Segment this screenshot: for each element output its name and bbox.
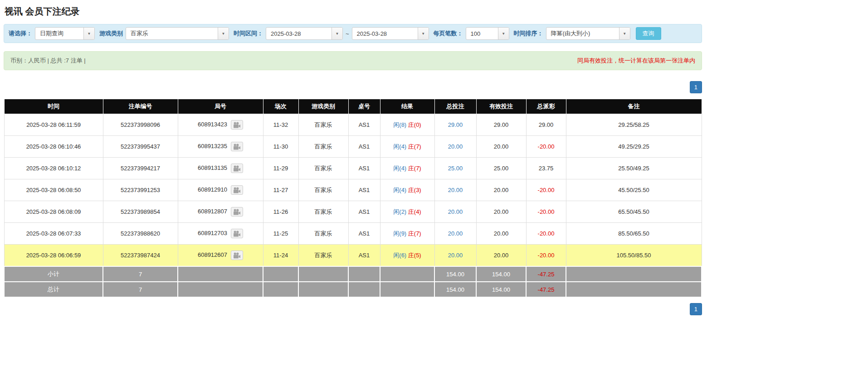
round-number: 608912703 [198, 230, 227, 236]
chevron-down-icon[interactable]: ▼ [83, 28, 94, 39]
time-range-label: 时间区间： [234, 29, 263, 38]
cell-total-bet: 20.00 [434, 136, 476, 158]
cell-session: 11-27 [263, 179, 298, 201]
video-camera-icon[interactable] [231, 250, 243, 260]
header-row: 时间注单编号局号场次游戏类别桌号结果总投注有效投注总派彩备注 [4, 99, 702, 114]
round-number: 608913135 [198, 164, 227, 171]
cell-total-bet: 25.00 [434, 158, 476, 179]
search-button[interactable]: 查询 [636, 27, 661, 40]
cell-note: 25.50/49.25 [566, 158, 702, 179]
cell-payout: -20.00 [526, 245, 566, 267]
cell-table-no: AS1 [348, 114, 380, 136]
date-to-value: 2025-03-28 [352, 28, 418, 39]
video-camera-icon[interactable] [231, 229, 243, 238]
summary-currency-count: 币别：人民币 | 总共 :7 注单 | [10, 57, 86, 65]
column-header-9: 总派彩 [526, 99, 566, 114]
cell-table-no: AS1 [348, 136, 380, 158]
cell-time: 2025-03-28 06:08:50 [4, 179, 103, 201]
column-header-7: 总投注 [434, 99, 476, 114]
page-button-1[interactable]: 1 [690, 81, 702, 93]
cell-session: 11-32 [263, 114, 298, 136]
column-header-6: 结果 [380, 99, 434, 114]
cell-total-bet: 29.00 [434, 114, 476, 136]
empty-cell [178, 282, 263, 297]
page-size-value: 100 [466, 28, 498, 39]
cell-result: 闲(4) 庄(7) [380, 158, 434, 179]
cell-game-type: 百家乐 [298, 114, 348, 136]
cell-round: 608913423 [178, 114, 263, 136]
cell-session: 11-29 [263, 158, 298, 179]
cell-payout: -20.00 [526, 201, 566, 223]
total-bet-link[interactable]: 20.00 [448, 187, 463, 193]
date-to-dropdown[interactable]: 2025-03-28 ▼ [352, 27, 429, 40]
cell-payout: 29.00 [526, 114, 566, 136]
table-header: 时间注单编号局号场次游戏类别桌号结果总投注有效投注总派彩备注 [4, 99, 702, 114]
empty-cell [298, 282, 348, 297]
chevron-down-icon[interactable]: ▼ [332, 28, 342, 39]
table-body: 2025-03-28 06:11:59 522373998096 6089134… [4, 114, 702, 267]
total-bet-link[interactable]: 20.00 [448, 230, 463, 237]
chevron-down-icon[interactable]: ▼ [218, 28, 229, 39]
column-header-2: 局号 [178, 99, 263, 114]
sort-order-dropdown[interactable]: 降冪(由大到小) ▼ [546, 27, 630, 40]
empty-cell [566, 282, 702, 297]
total-bet-link[interactable]: 25.00 [448, 165, 463, 172]
cell-result: 闲(2) 庄(4) [380, 201, 434, 223]
result-player: 闲(9) [393, 230, 406, 237]
cell-valid-bet: 20.00 [476, 245, 526, 267]
total-valid-bet: 154.00 [476, 282, 526, 297]
chevron-down-icon[interactable]: ▼ [498, 28, 509, 39]
cell-session: 11-26 [263, 201, 298, 223]
cell-total-bet: 20.00 [434, 223, 476, 245]
game-type-dropdown[interactable]: 百家乐 ▼ [126, 27, 229, 40]
cell-session: 11-30 [263, 136, 298, 158]
column-header-4: 游戏类别 [298, 99, 348, 114]
page-size-dropdown[interactable]: 100 ▼ [466, 27, 509, 40]
sort-order-label: 时间排序： [514, 29, 543, 38]
total-bet-link[interactable]: 20.00 [448, 208, 463, 215]
cell-valid-bet: 20.00 [476, 223, 526, 245]
select-type-label: 请选择： [9, 29, 32, 38]
chevron-down-icon[interactable]: ▼ [418, 28, 429, 39]
cell-time: 2025-03-28 06:07:33 [4, 223, 103, 245]
chevron-down-icon[interactable]: ▼ [619, 28, 630, 39]
page-title: 视讯 会员下注纪录 [5, 5, 702, 18]
cell-note: 49.25/29.25 [566, 136, 702, 158]
video-camera-icon[interactable] [231, 207, 243, 217]
cell-result: 闲(9) 庄(7) [380, 223, 434, 245]
subtotal-total-bet: 154.00 [434, 266, 476, 282]
cell-time: 2025-03-28 06:10:12 [4, 158, 103, 179]
total-bet-link[interactable]: 20.00 [448, 252, 463, 259]
cell-result: 闲(8) 庄(0) [380, 114, 434, 136]
cell-payout: 23.75 [526, 158, 566, 179]
total-payout: -47.25 [526, 282, 566, 297]
result-player: 闲(4) [393, 143, 406, 150]
total-row: 总计 7 154.00 154.00 -47.25 [4, 282, 702, 297]
page-button-1[interactable]: 1 [690, 303, 702, 315]
cell-bet-id: 522373994217 [103, 158, 178, 179]
date-from-dropdown[interactable]: 2025-03-28 ▼ [266, 27, 343, 40]
cell-bet-id: 522373991253 [103, 179, 178, 201]
table-row: 2025-03-28 06:07:33 522373988620 6089127… [4, 223, 702, 245]
cell-round: 608912807 [178, 201, 263, 223]
cell-round: 608912607 [178, 245, 263, 267]
video-camera-icon[interactable] [231, 120, 243, 130]
cell-note: 105.50/85.50 [566, 245, 702, 267]
cell-game-type: 百家乐 [298, 136, 348, 158]
result-banker: 庄(7) [408, 230, 421, 237]
summary-bar: 币别：人民币 | 总共 :7 注单 | 同局有效投注，统一计算在该局第一张注单内 [4, 51, 702, 70]
result-banker: 庄(5) [408, 252, 421, 259]
cell-payout: -20.00 [526, 179, 566, 201]
video-camera-icon[interactable] [231, 164, 243, 173]
query-type-dropdown[interactable]: 日期查询 ▼ [35, 27, 95, 40]
video-camera-icon[interactable] [231, 185, 243, 195]
total-bet-link[interactable]: 20.00 [448, 143, 463, 150]
video-camera-icon[interactable] [231, 142, 243, 151]
result-banker: 庄(3) [408, 187, 421, 193]
result-banker: 庄(4) [408, 208, 421, 215]
cell-game-type: 百家乐 [298, 179, 348, 201]
column-header-8: 有效投注 [476, 99, 526, 114]
total-bet-link[interactable]: 29.00 [448, 121, 463, 128]
cell-time: 2025-03-28 06:06:59 [4, 245, 103, 267]
cell-bet-id: 522373998096 [103, 114, 178, 136]
